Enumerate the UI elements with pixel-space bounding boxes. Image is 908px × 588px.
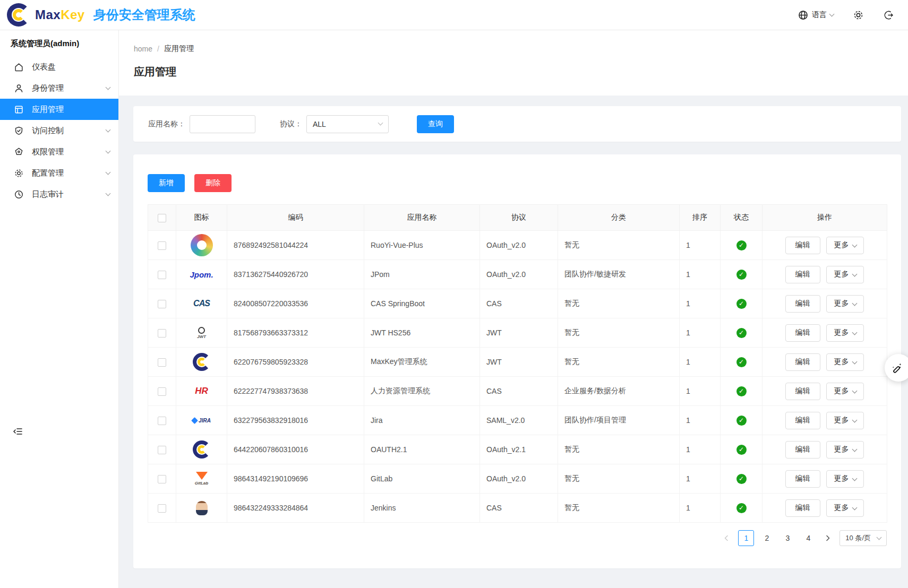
sidebar-item-access-control[interactable]: 访问控制 [0, 120, 118, 141]
language-label: 语言 [812, 10, 827, 20]
more-button-7[interactable]: 更多 [826, 441, 864, 459]
more-button-5[interactable]: 更多 [826, 383, 864, 400]
row-6-checkbox[interactable] [158, 417, 166, 425]
row-0-checkbox[interactable] [158, 241, 166, 250]
edit-button-8[interactable]: 编辑 [785, 470, 820, 488]
app-logo-icon-3: JWT [191, 322, 213, 344]
app-status-cell [721, 318, 763, 348]
app-sort-cell: 1 [680, 435, 721, 464]
menu-collapse-icon[interactable] [13, 426, 23, 438]
app-row-2: CAS 824008507220033536 CAS SpringBoot CA… [148, 289, 887, 318]
row-select-cell [148, 435, 176, 464]
row-1-checkbox[interactable] [158, 271, 166, 279]
breadcrumb-home[interactable]: home [134, 45, 152, 53]
app-protocol-cell: OAuth_v2.0 [480, 464, 558, 494]
sidebar-item-label: 配置管理 [32, 168, 98, 178]
appstore-icon [14, 105, 24, 115]
edit-button-6[interactable]: 编辑 [785, 412, 820, 429]
shield-check-icon [14, 126, 24, 136]
sidebar-item-identity[interactable]: 身份管理 [0, 77, 118, 99]
app-icon-cell: CAS [176, 289, 227, 318]
page-button-1[interactable]: 2 [759, 530, 775, 546]
chevron-down-icon [106, 127, 111, 132]
column-header-6: 状态 [721, 205, 763, 231]
more-button-9[interactable]: 更多 [826, 499, 864, 517]
edit-button-3[interactable]: 编辑 [785, 324, 820, 342]
page-button-0[interactable]: 1 [738, 530, 754, 546]
row-select-cell [148, 260, 176, 289]
sidebar-item-permissions[interactable]: 权限管理 [0, 141, 118, 162]
row-select-cell [148, 318, 176, 348]
edit-button-0[interactable]: 编辑 [785, 237, 820, 254]
search-button[interactable]: 查询 [417, 115, 454, 133]
next-page-icon[interactable] [821, 531, 835, 546]
protocol-select[interactable]: ALL [306, 115, 389, 133]
more-button-1[interactable]: 更多 [826, 266, 864, 283]
edit-button-4[interactable]: 编辑 [785, 353, 820, 371]
page-button-3[interactable]: 4 [800, 530, 816, 546]
app-icon-cell [176, 494, 227, 523]
sidebar-item-configuration[interactable]: 配置管理 [0, 162, 118, 184]
app-name-cell: Jenkins [364, 494, 480, 523]
more-button-8[interactable]: 更多 [826, 470, 864, 488]
app-protocol-cell: CAS [480, 289, 558, 318]
add-button[interactable]: 新增 [148, 174, 185, 192]
app-protocol-cell: CAS [480, 377, 558, 406]
row-8-checkbox[interactable] [158, 475, 166, 483]
row-4-checkbox[interactable] [158, 358, 166, 367]
page-size-select[interactable]: 10 条/页 [840, 530, 887, 546]
app-logo-icon-6: JIRA [191, 409, 213, 431]
edit-button-1[interactable]: 编辑 [785, 266, 820, 283]
home-icon [14, 62, 24, 72]
app-category-cell: 暂无 [558, 289, 680, 318]
app-category-cell: 团队协作/敏捷研发 [558, 260, 680, 289]
app-name-cell: Jira [364, 406, 480, 435]
chevron-down-icon [852, 330, 858, 335]
column-header-1: 编码 [227, 205, 364, 231]
row-5-checkbox[interactable] [158, 387, 166, 396]
prev-page-icon[interactable] [719, 531, 733, 546]
delete-button[interactable]: 删除 [194, 174, 232, 192]
app-name-input[interactable] [190, 115, 255, 133]
sidebar-item-dashboard[interactable]: 仪表盘 [0, 56, 118, 77]
theme-wand-button[interactable] [885, 354, 908, 382]
page-size-value: 10 条/页 [845, 533, 871, 543]
app-protocol-cell: OAuth_v2.1 [480, 435, 558, 464]
language-selector[interactable]: 语言 [798, 10, 834, 21]
sidebar-item-audit-log[interactable]: 日志审计 [0, 184, 118, 205]
edit-button-5[interactable]: 编辑 [785, 383, 820, 400]
row-7-checkbox[interactable] [158, 446, 166, 454]
page-button-2[interactable]: 3 [779, 530, 795, 546]
status-enabled-icon [736, 357, 747, 367]
edit-button-2[interactable]: 编辑 [785, 295, 820, 313]
app-actions-cell: 编辑 更多 [763, 231, 887, 260]
app-name-cell: RuoYi-Vue-Plus [364, 231, 480, 260]
more-button-3[interactable]: 更多 [826, 324, 864, 342]
edit-button-7[interactable]: 编辑 [785, 441, 820, 459]
app-id-cell: 837136275440926720 [227, 260, 364, 289]
more-button-2[interactable]: 更多 [826, 295, 864, 313]
logout-icon[interactable] [883, 10, 894, 21]
select-all-checkbox[interactable] [158, 214, 166, 222]
app-sort-cell: 1 [680, 318, 721, 348]
settings-gear-icon[interactable] [853, 10, 864, 21]
edit-button-9[interactable]: 编辑 [785, 499, 820, 517]
more-button-6[interactable]: 更多 [826, 412, 864, 429]
app-id-cell: 876892492581044224 [227, 231, 364, 260]
more-button-0[interactable]: 更多 [826, 237, 864, 254]
app-id-cell: 817568793663373312 [227, 318, 364, 348]
row-select-cell [148, 289, 176, 318]
app-category-cell: 暂无 [558, 494, 680, 523]
app-protocol-cell: CAS [480, 494, 558, 523]
table-toolbar: 新增 删除 [148, 174, 887, 192]
app-sort-cell: 1 [680, 289, 721, 318]
row-9-checkbox[interactable] [158, 504, 166, 513]
filter-panel: 应用名称： 协议： ALL 查询 [133, 106, 901, 142]
applications-panel: 新增 删除 图标 编码 应用名称 协议 [133, 154, 901, 568]
row-2-checkbox[interactable] [158, 300, 166, 308]
more-button-4[interactable]: 更多 [826, 353, 864, 371]
row-3-checkbox[interactable] [158, 329, 166, 338]
sidebar-item-applications[interactable]: 应用管理 [0, 99, 118, 120]
app-name-cell: JWT HS256 [364, 318, 480, 348]
column-header-0: 图标 [176, 205, 227, 231]
